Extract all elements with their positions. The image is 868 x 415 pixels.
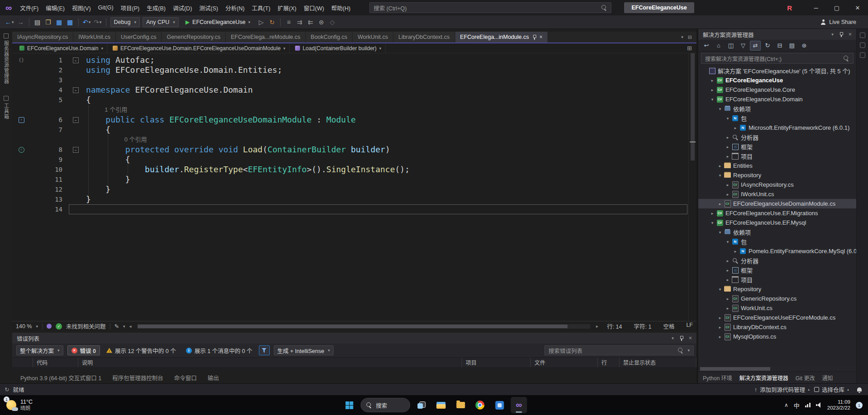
- chevron-collapsed-icon[interactable]: ▸: [724, 154, 731, 159]
- breadcrumb-segment-1[interactable]: EFCoreEleganceUse.Domain.EFCoreEleganceU…: [109, 43, 290, 53]
- hot-reload-icon[interactable]: ↻: [267, 17, 277, 28]
- tree-item[interactable]: ▸项目: [698, 275, 856, 284]
- code-line[interactable]: ↑6- public class EFCoreEleganceUseDomain…: [12, 115, 688, 125]
- code-line[interactable]: 12 }: [12, 184, 688, 194]
- chevron-collapsed-icon[interactable]: ▸: [716, 335, 724, 339]
- tree-item[interactable]: ▸IAsyncRepository.cs: [698, 180, 856, 189]
- inheritance-glyph-icon[interactable]: ↑: [19, 117, 24, 123]
- editor-tab-6[interactable]: WorkUnit.cs: [353, 32, 393, 42]
- tree-item[interactable]: ▸框架: [698, 142, 856, 151]
- visual-studio-button[interactable]: ∞: [511, 397, 527, 413]
- outdent-icon[interactable]: ⇇: [305, 17, 316, 28]
- app-button[interactable]: [491, 397, 508, 413]
- chevron-collapsed-icon[interactable]: ▸: [716, 316, 724, 320]
- codelens-row[interactable]: 0 个引用: [12, 135, 688, 145]
- tree-item[interactable]: ▸分析器: [698, 132, 856, 142]
- chevron-collapsed-icon[interactable]: ▸: [724, 192, 731, 197]
- tree-item[interactable]: ▾EFCoreEleganceUse.Domain: [698, 94, 856, 104]
- document-health-icon[interactable]: [47, 324, 52, 329]
- eol-indicator[interactable]: LF: [686, 322, 693, 330]
- chevron-collapsed-icon[interactable]: ▸: [709, 211, 716, 216]
- window-menu-chevron-icon[interactable]: ▾: [672, 336, 674, 340]
- code-editor[interactable]: {}1-using Autofac;2using EFCoreEleganceU…: [12, 53, 688, 321]
- code-line[interactable]: 3: [12, 75, 688, 85]
- tree-item[interactable]: ▸GenericRepository.cs: [698, 294, 856, 303]
- add-view-icon[interactable]: ⊞: [682, 45, 696, 52]
- tree-item[interactable]: 解决方案 'EFCoreEleganceUse' (5 个项目, 共 5 个): [698, 66, 856, 75]
- start-button[interactable]: ▶EFCoreEleganceUse▾: [182, 17, 254, 28]
- tree-horizontal-scrollbar[interactable]: [699, 366, 855, 372]
- show-all-files-button[interactable]: ▤: [787, 41, 797, 51]
- chevron-collapsed-icon[interactable]: ▸: [724, 306, 731, 311]
- switch-views-button[interactable]: ◫: [725, 41, 736, 51]
- chevron-expanded-icon[interactable]: ▾: [716, 287, 724, 292]
- errors-filter-button[interactable]: × 错误 0: [67, 345, 100, 355]
- refresh-button[interactable]: ↻: [762, 41, 773, 51]
- panel-tab-1[interactable]: 程序包管理器控制台: [108, 373, 168, 382]
- notification-count-badge[interactable]: 1: [856, 402, 863, 409]
- float-window-icon[interactable]: ⊟: [688, 34, 692, 40]
- undo-icon[interactable]: ↶▾: [81, 17, 92, 28]
- forward-icon[interactable]: →: [15, 17, 26, 28]
- code-line[interactable]: 4-namespace EFCoreEleganceUse.Domain: [12, 85, 688, 95]
- chevron-collapsed-icon[interactable]: ▸: [716, 202, 724, 206]
- explorer-tab-0[interactable]: Python 环境: [703, 374, 732, 382]
- chevron-expanded-icon[interactable]: ▾: [709, 97, 716, 102]
- pin-icon[interactable]: [679, 336, 683, 341]
- tree-item[interactable]: ▾包: [698, 237, 856, 246]
- options-gear-icon[interactable]: ⊛: [316, 17, 327, 28]
- code-line[interactable]: 11 }: [12, 174, 688, 184]
- zoom-level[interactable]: 140 %: [16, 323, 32, 330]
- collapsed-tab-icon-1[interactable]: [860, 33, 865, 38]
- platform-select[interactable]: Any CPU▾: [143, 17, 179, 27]
- ime-indicator[interactable]: 中: [794, 401, 800, 410]
- outline-icon[interactable]: ≡: [283, 17, 294, 28]
- codelens-references[interactable]: 1 个引用: [82, 105, 127, 115]
- back-icon[interactable]: ←▾: [4, 17, 15, 28]
- chevron-collapsed-icon[interactable]: ▸: [732, 249, 739, 254]
- task-view-button[interactable]: [414, 397, 430, 413]
- menu-item-8[interactable]: 分析(N): [222, 0, 248, 15]
- tree-item[interactable]: ▸LibraryDbContext.cs: [698, 322, 856, 332]
- editor-tab-1[interactable]: IWorkUnit.cs: [73, 32, 116, 42]
- properties-button[interactable]: ⊛: [799, 41, 810, 51]
- tree-item[interactable]: ▸WorkUnit.cs: [698, 303, 856, 313]
- chevron-collapsed-icon[interactable]: ▸: [724, 297, 731, 301]
- tree-item[interactable]: ▸MysqlOptions.cs: [698, 332, 856, 341]
- column-indicator[interactable]: 字符: 1: [634, 322, 651, 330]
- bookmark-icon[interactable]: ◇: [327, 17, 338, 28]
- scroll-right-icon[interactable]: ▸: [596, 324, 598, 329]
- menu-item-3[interactable]: Git(G): [95, 0, 117, 15]
- filter-button[interactable]: ▽: [738, 41, 749, 51]
- error-list-search-box[interactable]: 搜索错误列表 ▾: [544, 345, 694, 355]
- code-line[interactable]: 10 builder.RegisterType<EFEntityInfo>().…: [12, 165, 688, 174]
- column-header-1[interactable]: 说明: [78, 358, 462, 367]
- close-icon[interactable]: ×: [849, 31, 852, 38]
- menu-item-2[interactable]: 视图(V): [68, 0, 95, 15]
- chevron-expanded-icon[interactable]: ▾: [716, 230, 724, 235]
- tree-item[interactable]: ▸Pomelo.EntityFrameworkCore.MySql (6.0: [698, 246, 856, 256]
- menu-item-11[interactable]: 窗口(W): [300, 0, 328, 15]
- chevron-collapsed-icon[interactable]: ▸: [724, 278, 731, 282]
- chevron-collapsed-icon[interactable]: ▸: [724, 268, 731, 273]
- document-list-chevron-icon[interactable]: ▾: [681, 35, 683, 39]
- fold-marker[interactable]: -: [73, 57, 79, 63]
- chevron-collapsed-icon[interactable]: ▸: [724, 135, 731, 140]
- volume-icon[interactable]: [816, 402, 822, 408]
- run-without-debug-icon[interactable]: ▷: [256, 17, 267, 28]
- collapsed-tab-icon-2[interactable]: [860, 42, 865, 48]
- codelens-row[interactable]: 1 个引用: [12, 105, 688, 115]
- line-indicator[interactable]: 行: 14: [607, 322, 622, 330]
- menu-item-5[interactable]: 生成(B): [143, 0, 169, 15]
- background-tasks-icon[interactable]: ↻: [5, 386, 9, 393]
- clock[interactable]: 11:09 2023/2/22: [827, 399, 850, 411]
- chevron-expanded-icon[interactable]: ▾: [724, 240, 731, 244]
- pin-icon[interactable]: [839, 32, 843, 37]
- indent-icon[interactable]: ⇉: [294, 17, 305, 28]
- sync-with-active-document-button[interactable]: ⇄: [750, 41, 761, 51]
- notifications-bell-icon[interactable]: [857, 387, 862, 391]
- scroll-left-icon[interactable]: ◂: [129, 324, 132, 329]
- breadcrumb-segment-0[interactable]: EFCoreEleganceUse.Domain▾: [16, 43, 107, 53]
- save-icon[interactable]: ▦: [54, 17, 65, 28]
- network-icon[interactable]: [805, 403, 811, 407]
